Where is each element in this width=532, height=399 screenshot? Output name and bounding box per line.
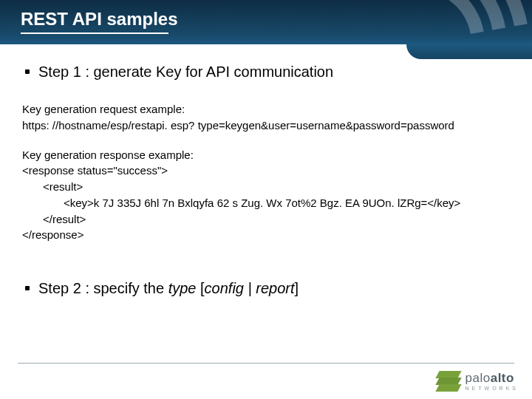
slide-header: REST API samples	[0, 0, 532, 44]
response-line-1: <response status="success">	[22, 164, 168, 177]
step-2-prefix: Step 2 : specify the	[38, 280, 168, 296]
response-label: Key generation response example:	[22, 149, 194, 161]
slide-title: REST API samples	[21, 9, 178, 30]
paloalto-logo-icon	[436, 371, 461, 392]
request-example: Key generation request example: https: /…	[22, 101, 510, 134]
step-2-text: Step 2 : specify the type [config | repo…	[38, 279, 299, 299]
logo-word-palo: palo	[466, 371, 491, 385]
logo-word-networks: NETWORKS	[466, 386, 519, 391]
request-label: Key generation request example:	[22, 103, 185, 115]
logo-word-alto: alto	[491, 371, 514, 385]
step-1-text: Step 1 : generate Key for API communicat…	[38, 62, 333, 82]
paloalto-logo: paloalto NETWORKS	[436, 371, 519, 392]
footer-divider	[18, 363, 514, 364]
step-2-type-word: type	[168, 280, 197, 296]
title-underline	[21, 33, 168, 34]
response-example: Key generation response example: <respon…	[22, 147, 510, 244]
bullet-step-1: Step 1 : generate Key for API communicat…	[22, 62, 510, 82]
bullet-dot-icon	[25, 69, 30, 74]
header-tab-decoration	[406, 44, 532, 59]
step-2-mid: [	[196, 280, 204, 296]
request-url: https: //hostname/esp/restapi. esp? type…	[22, 119, 454, 132]
response-line-4: </result>	[22, 211, 510, 228]
response-line-5: </response>	[22, 228, 83, 241]
step-2-options: config | report	[205, 280, 295, 296]
paloalto-logo-text: paloalto NETWORKS	[466, 372, 519, 391]
slide-body: Step 1 : generate Key for API communicat…	[0, 44, 532, 299]
response-line-3: <key>k 7J 335J 6hl 7n Bxlqyfa 62 s Zug. …	[22, 195, 510, 211]
bullet-dot-icon	[25, 286, 30, 290]
response-line-2: <result>	[22, 179, 510, 195]
bullet-step-2: Step 2 : specify the type [config | repo…	[22, 279, 510, 299]
step-2-suffix: ]	[295, 280, 299, 296]
